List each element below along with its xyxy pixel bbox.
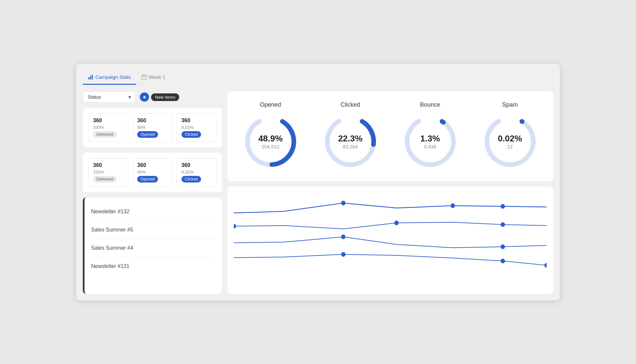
delivered-badge: Delivered — [93, 176, 117, 182]
stat-number: 360 — [137, 118, 167, 124]
stat-card-delivered-1: 360 100% Delivered — [88, 113, 128, 142]
app-container: Campaign Stats Week 1 Status ▾ — [76, 64, 560, 300]
stat-number: 360 — [182, 162, 212, 168]
gauge-clicked-title: Clicked — [341, 101, 360, 108]
svg-point-19 — [394, 221, 398, 225]
svg-point-20 — [501, 222, 505, 227]
clicked-badge: Clicked — [182, 131, 201, 138]
chart-icon — [88, 75, 93, 80]
stat-card-clicked-1: 360 8,02% Clicked — [177, 113, 217, 142]
tab-bar: Campaign Stats Week 1 — [83, 70, 553, 85]
svg-point-18 — [234, 224, 236, 229]
stat-card-opened-2: 360 90% Opened — [132, 158, 172, 187]
gauge-opened-count: 204,512 — [258, 144, 283, 149]
svg-point-21 — [341, 234, 345, 239]
gauge-opened-title: Opened — [260, 101, 281, 108]
stat-number: 360 — [93, 118, 123, 124]
stat-percent: 100% — [93, 170, 123, 175]
stat-number: 360 — [93, 162, 123, 168]
clicked-badge: Clicked — [182, 176, 201, 182]
svg-rect-1 — [90, 76, 91, 79]
chevron-down-icon: ▾ — [129, 94, 131, 100]
svg-rect-6 — [145, 75, 145, 76]
tab-campaign-stats-label: Campaign Stats — [95, 74, 131, 80]
list-item[interactable]: Sales Summer #5 — [91, 221, 215, 239]
svg-point-17 — [501, 204, 505, 209]
gauge-bounce-title: Bounce — [420, 101, 440, 108]
list-item[interactable]: Newsletter #132 — [91, 203, 215, 221]
stat-card-opened-1: 360 90% Opened — [132, 113, 172, 142]
stat-percent: 8,02% — [182, 170, 212, 175]
stat-percent: 8,02% — [182, 125, 212, 130]
svg-point-24 — [501, 259, 505, 263]
svg-point-23 — [341, 252, 345, 257]
svg-rect-2 — [92, 75, 93, 79]
opened-badge: Opened — [137, 131, 158, 138]
svg-point-25 — [544, 263, 547, 268]
line-chart-section — [227, 186, 553, 294]
new-items-badge-container: ★ New Items — [140, 92, 179, 102]
opened-badge: Opened — [137, 176, 158, 182]
right-panel: Opened 48.9% 204,512 Clicked — [227, 91, 553, 294]
list-item[interactable]: Newsletter #131 — [91, 257, 215, 275]
gauge-clicked-percent: 22.3% — [338, 133, 363, 144]
campaign-list: Newsletter #132 Sales Summer #5 Sales Su… — [83, 197, 222, 294]
gauge-clicked-count: 93,264 — [338, 144, 363, 149]
gauge-clicked: Clicked 22.3% 93,264 — [314, 101, 387, 171]
gauge-opened-percent: 48.9% — [258, 133, 283, 144]
gauge-spam-percent: 0.02% — [498, 133, 522, 144]
gauge-clicked-text: 22.3% 93,264 — [338, 133, 363, 149]
gauge-spam-count: 12 — [498, 144, 522, 149]
svg-rect-3 — [142, 75, 146, 79]
stat-percent: 90% — [137, 170, 167, 175]
gauge-opened-text: 48.9% 204,512 — [258, 133, 283, 149]
filter-row: Status ▾ ★ New Items — [83, 91, 222, 103]
stat-card-clicked-2: 360 8,02% Clicked — [177, 158, 217, 187]
stat-number: 360 — [137, 162, 167, 168]
new-items-pill[interactable]: New Items — [151, 93, 179, 101]
tab-campaign-stats[interactable]: Campaign Stats — [83, 70, 136, 85]
star-icon[interactable]: ★ — [140, 92, 149, 102]
gauge-opened-chart: 48.9% 204,512 — [241, 112, 300, 171]
main-layout: Status ▾ ★ New Items 360 100% Delivered … — [83, 91, 553, 294]
list-item[interactable]: Sales Summer #4 — [91, 239, 215, 257]
stat-cards-row-1: 360 100% Delivered 360 90% Opened 360 8,… — [83, 108, 222, 147]
delivered-badge: Delivered — [93, 131, 117, 138]
stat-cards-row-2: 360 100% Delivered 360 90% Opened 360 8,… — [83, 153, 222, 192]
status-dropdown[interactable]: Status ▾ — [83, 91, 136, 103]
gauge-bounce: Bounce 1.3% 5,436 — [394, 101, 467, 171]
stat-percent: 100% — [93, 125, 123, 130]
tab-week1[interactable]: Week 1 — [136, 70, 171, 85]
stat-card-delivered-2: 360 100% Delivered — [88, 158, 128, 187]
gauge-spam-chart: 0.02% 12 — [480, 112, 540, 171]
stat-number: 360 — [182, 118, 212, 124]
gauge-spam-title: Spam — [502, 101, 518, 108]
gauge-spam: Spam 0.02% 12 — [473, 101, 547, 171]
gauge-bounce-text: 1.3% 5,436 — [420, 133, 440, 149]
line-chart — [234, 193, 547, 286]
gauge-bounce-percent: 1.3% — [420, 133, 440, 144]
gauge-clicked-chart: 22.3% 93,264 — [321, 112, 380, 171]
tab-week1-label: Week 1 — [149, 74, 166, 80]
left-panel: Status ▾ ★ New Items 360 100% Delivered … — [83, 91, 222, 294]
svg-point-16 — [450, 203, 455, 208]
svg-rect-5 — [143, 75, 143, 76]
svg-rect-0 — [88, 77, 89, 79]
gauge-opened: Opened 48.9% 204,512 — [234, 101, 307, 171]
gauge-bounce-count: 5,436 — [420, 144, 440, 149]
svg-point-22 — [501, 244, 505, 249]
gauge-spam-text: 0.02% 12 — [498, 133, 522, 149]
gauge-bounce-chart: 1.3% 5,436 — [400, 112, 460, 171]
svg-point-15 — [341, 201, 345, 205]
status-label: Status — [88, 94, 101, 100]
calendar-icon — [141, 75, 147, 80]
gauge-section: Opened 48.9% 204,512 Clicked — [227, 91, 553, 181]
stat-percent: 90% — [137, 125, 167, 130]
